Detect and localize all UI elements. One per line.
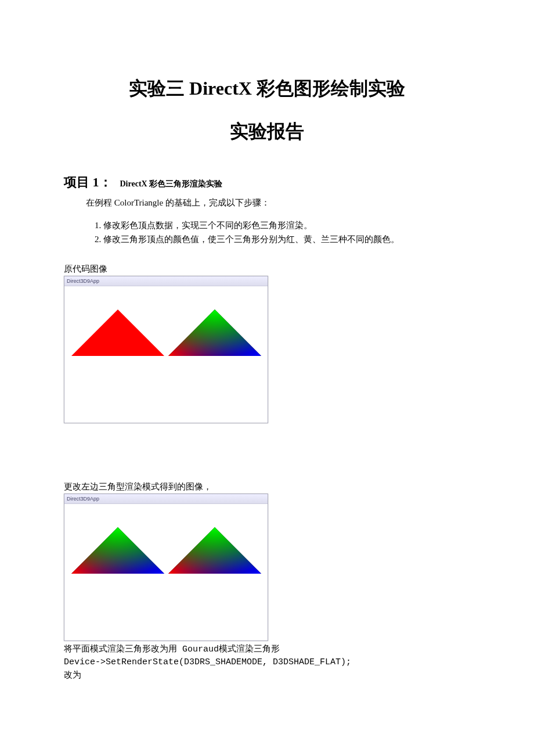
project-heading: 项目 1： DirectX 彩色三角形渲染实验	[64, 174, 470, 191]
figure-2-caption: 更改左边三角型渲染模式得到的图像，	[64, 481, 470, 492]
code-line-2: Device->SetRenderState(D3DRS_SHADEMODE, …	[64, 656, 470, 669]
figure-1-titlebar: Direct3D9App	[64, 276, 268, 286]
code-explanation: 将平面模式渲染三角形改为用 Gouraud模式渲染三角形 Device->Set…	[64, 643, 470, 683]
triangle-gouraud-rgb	[168, 309, 261, 356]
figure-1-window: Direct3D9App	[64, 276, 268, 423]
page-title: 实验三 DirectX 彩色图形绘制实验	[64, 75, 470, 102]
figure-2-canvas	[64, 504, 268, 640]
svg-marker-0	[71, 309, 164, 356]
triangle-flat-red	[71, 309, 164, 356]
svg-marker-8	[71, 527, 164, 574]
figure-2-window: Direct3D9App	[64, 494, 268, 641]
step-2: 修改三角形顶点的颜色值，使三个三角形分别为红、黄、兰三种不同的颜色。	[103, 232, 470, 246]
figure-2-titlebar: Direct3D9App	[64, 494, 268, 504]
triangle-gouraud-left	[71, 527, 164, 574]
figure-1-caption: 原代码图像	[64, 264, 470, 275]
triangle-gouraud-right	[168, 527, 261, 574]
code-line-3: 改为	[64, 669, 470, 683]
figure-1-canvas	[64, 286, 268, 423]
figure-1-triangles	[64, 309, 268, 356]
project-desc: DirectX 彩色三角形渲染实验	[120, 179, 223, 189]
figure-2-triangles	[64, 527, 268, 574]
page-subtitle: 实验报告	[64, 119, 470, 145]
code-line-1: 将平面模式渲染三角形改为用 Gouraud模式渲染三角形	[64, 643, 470, 657]
steps-list: 修改彩色顶点数据，实现三个不同的彩色三角形渲染。 修改三角形顶点的颜色值，使三个…	[86, 218, 470, 246]
spacer	[64, 423, 470, 464]
svg-marker-12	[168, 527, 261, 574]
svg-marker-4	[168, 309, 261, 356]
project-label: 项目 1：	[64, 174, 112, 191]
step-1: 修改彩色顶点数据，实现三个不同的彩色三角形渲染。	[103, 218, 470, 232]
document-page: 实验三 DirectX 彩色图形绘制实验 实验报告 项目 1： DirectX …	[0, 0, 534, 756]
intro-text: 在例程 ColorTriangle 的基础上，完成以下步骤：	[86, 196, 470, 210]
